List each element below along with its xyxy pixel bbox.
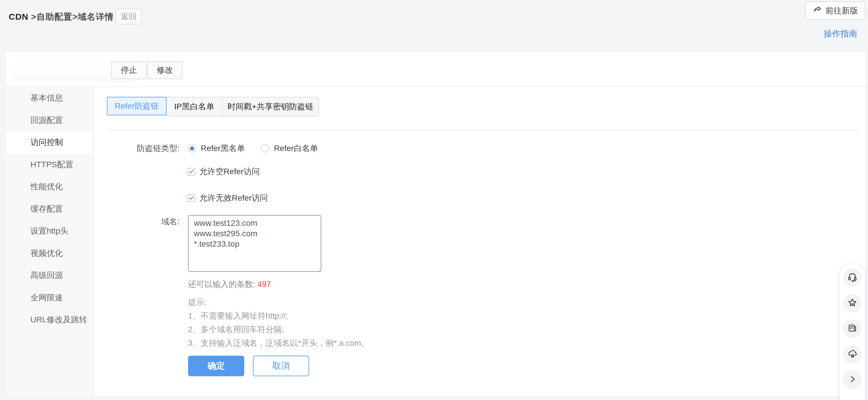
checkbox-label: 允许空Refer访问 xyxy=(199,166,259,177)
cloud-bell-icon xyxy=(847,349,857,360)
anti-leech-type-row: 防盗链类型: Refer黑名单 Refer白名单 xyxy=(94,142,441,155)
sidebar-item-url-rewrite[interactable]: URL修改及跳转 xyxy=(6,309,93,331)
checkbox-checked-icon xyxy=(187,194,195,202)
checkbox-allow-empty-refer[interactable]: 允许空Refer访问 xyxy=(187,166,259,177)
confirm-button[interactable]: 确定 xyxy=(188,356,244,376)
sidebar-item-label: 高级回源 xyxy=(30,270,63,281)
tab-timestamp-key-anti-leech[interactable]: 时间戳+共享密钥防盗链 xyxy=(222,97,318,116)
sidebar-item-access-control[interactable]: 访问控制 xyxy=(6,131,93,154)
collapse-button[interactable] xyxy=(843,370,862,389)
cancel-button[interactable]: 取消 xyxy=(253,356,309,376)
sidebar-item-speed-limit[interactable]: 全网限速 xyxy=(6,287,93,309)
tip-line: 1、不需要输入网址符http://; xyxy=(188,309,369,322)
checkbox-label: 允许无效Refer访问 xyxy=(199,192,268,204)
radio-icon xyxy=(188,144,196,152)
domain-detail-card: 停止 修改 基本信息 回源配置 访问控制 HTTPS配置 性能优化 缓存配置 设… xyxy=(6,52,865,396)
domain-label: 域名: xyxy=(94,215,180,227)
sidebar-item-label: 访问控制 xyxy=(30,137,63,148)
back-button[interactable]: 返回 xyxy=(115,9,142,24)
radio-icon xyxy=(261,144,269,152)
tip-line: 2、多个域名用回车符分隔; xyxy=(188,322,369,336)
sidebar-item-label: 视频优化 xyxy=(30,248,63,259)
tab-label: IP黑白名单 xyxy=(174,101,214,112)
star-icon xyxy=(847,298,857,309)
sidebar-item-label: 设置http头 xyxy=(30,225,68,237)
card-header: 停止 修改 xyxy=(6,52,865,87)
radio-label: Refer黑名单 xyxy=(201,143,245,154)
sidebar-item-advanced-origin[interactable]: 高级回源 xyxy=(6,264,93,287)
tab-ip-blacklist-whitelist[interactable]: IP黑白名单 xyxy=(166,97,222,116)
access-control-panel: Refer防盗链 IP黑白名单 时间戳+共享密钥防盗链 防盗链类型: Refer… xyxy=(94,87,865,396)
forward-arrow-icon xyxy=(813,5,823,16)
favorite-button[interactable] xyxy=(843,294,862,312)
radio-refer-whitelist[interactable]: Refer白名单 xyxy=(261,143,318,154)
headset-icon xyxy=(847,272,857,283)
form-actions: 确定 取消 xyxy=(188,356,309,376)
chevron-right-icon xyxy=(847,374,857,385)
sidebar-item-label: 回源配置 xyxy=(30,115,63,126)
breadcrumb: CDN >自助配置>域名详情 xyxy=(9,11,114,23)
domain-list-row: 域名: www.test123.com www.test295.com *.te… xyxy=(94,215,321,272)
breadcrumb-root: CDN xyxy=(9,12,28,22)
modify-button[interactable]: 修改 xyxy=(148,61,182,79)
modify-button-label: 修改 xyxy=(157,65,173,75)
floating-toolbar xyxy=(840,264,865,400)
news-document-icon xyxy=(847,323,857,334)
sidebar-item-label: 性能优化 xyxy=(30,181,63,192)
allow-invalid-refer-row: 允许无效Refer访问 xyxy=(94,192,441,204)
sidebar-item-label: 基本信息 xyxy=(30,92,63,103)
checkbox-allow-invalid-refer[interactable]: 允许无效Refer访问 xyxy=(187,192,268,204)
tab-group: IP黑白名单 时间戳+共享密钥防盗链 xyxy=(166,97,319,117)
radio-label: Refer白名单 xyxy=(274,143,318,154)
go-new-version-label: 前往新版 xyxy=(826,5,858,16)
tips-list: 1、不需要输入网址符http://; 2、多个域名用回车符分隔; 3、支持输入泛… xyxy=(188,309,369,350)
allow-empty-refer-row: 允许空Refer访问 xyxy=(94,166,441,177)
stop-button-label: 停止 xyxy=(121,65,137,75)
tab-label: Refer防盗链 xyxy=(115,100,159,112)
remaining-count-row: 还可以输入的条数: 497 xyxy=(188,279,271,290)
radio-refer-blacklist[interactable]: Refer黑名单 xyxy=(188,143,245,154)
anti-leech-tabs: Refer防盗链 IP黑白名单 时间戳+共享密钥防盗链 xyxy=(107,97,319,117)
cloud-notification-button[interactable] xyxy=(843,345,862,364)
anti-leech-type-label: 防盗链类型: xyxy=(94,143,180,154)
sidebar-item-cache-config[interactable]: 缓存配置 xyxy=(6,198,93,220)
breadcrumb-path: >自助配置>域名详情 xyxy=(28,12,114,22)
tab-refer-anti-leech[interactable]: Refer防盗链 xyxy=(107,97,166,115)
operation-guide-link[interactable]: 操作指南 xyxy=(824,28,857,40)
news-button[interactable] xyxy=(843,319,862,338)
sidebar-item-origin-config[interactable]: 回源配置 xyxy=(6,109,93,132)
sidebar-item-performance[interactable]: 性能优化 xyxy=(6,176,93,198)
tab-label: 时间戳+共享密钥防盗链 xyxy=(227,101,313,112)
tips-title: 提示: xyxy=(188,297,207,308)
tabs-divider xyxy=(107,130,859,130)
sidebar-item-label: 缓存配置 xyxy=(30,204,63,215)
config-sidebar: 基本信息 回源配置 访问控制 HTTPS配置 性能优化 缓存配置 设置http头… xyxy=(6,87,94,396)
sidebar-item-label: URL修改及跳转 xyxy=(30,314,87,325)
go-new-version-button[interactable]: 前往新版 xyxy=(805,1,865,20)
cdn-domain-detail-page: CDN >自助配置>域名详情 返回 前往新版 操作指南 停止 修改 基本信息 回… xyxy=(0,0,868,400)
back-button-label: 返回 xyxy=(121,11,136,22)
remaining-count-value: 497 xyxy=(257,280,271,289)
sidebar-item-basic-info[interactable]: 基本信息 xyxy=(6,87,93,109)
sidebar-item-video-optimize[interactable]: 视频优化 xyxy=(6,242,93,265)
sidebar-item-http-header[interactable]: 设置http头 xyxy=(6,220,93,242)
stop-button[interactable]: 停止 xyxy=(111,61,147,79)
tip-line: 3、支持输入泛域名，泛域名以*开头，例*.a.com。 xyxy=(188,336,369,350)
sidebar-item-label: 全网限速 xyxy=(30,292,63,303)
checkbox-checked-icon xyxy=(187,168,195,176)
customer-service-button[interactable] xyxy=(843,268,862,287)
remaining-count-label: 还可以输入的条数: xyxy=(188,279,255,290)
sidebar-item-label: HTTPS配置 xyxy=(30,159,73,170)
domain-list-textarea[interactable]: www.test123.com www.test295.com *.test23… xyxy=(188,215,321,272)
sidebar-item-https-config[interactable]: HTTPS配置 xyxy=(6,154,93,176)
